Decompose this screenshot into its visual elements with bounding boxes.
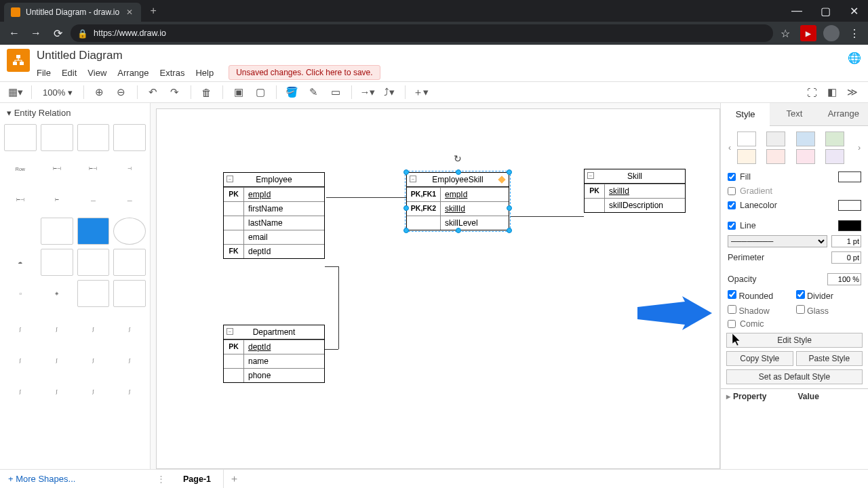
close-window-button[interactable]: ✕ — [840, 1, 868, 20]
menu-view[interactable]: View — [87, 68, 106, 78]
swatches-next[interactable]: › — [854, 143, 864, 152]
shape-thumb[interactable]: ∫ — [77, 378, 110, 405]
selection-handle[interactable] — [456, 169, 461, 175]
unsaved-warning[interactable]: Unsaved changes. Click here to save. — [229, 65, 380, 80]
shape-thumb[interactable] — [77, 249, 110, 276]
tab-style[interactable]: Style — [721, 104, 770, 126]
expand-icon[interactable]: ▸ — [726, 392, 730, 401]
shape-thumb[interactable]: ∫ — [4, 346, 37, 373]
lanecolor-checkbox[interactable] — [728, 201, 736, 209]
color-swatch[interactable] — [737, 149, 756, 164]
menu-help[interactable]: Help — [195, 68, 214, 78]
shape-thumb[interactable] — [113, 280, 146, 307]
color-swatch[interactable] — [737, 131, 756, 146]
edit-style-button[interactable]: Edit Style — [726, 333, 863, 348]
shape-thumb[interactable] — [41, 124, 73, 151]
tab-text[interactable]: Text — [770, 103, 818, 125]
new-tab-button[interactable]: + — [145, 3, 161, 19]
add-page-button[interactable]: ＋ — [224, 472, 244, 485]
connector[interactable] — [325, 349, 338, 350]
close-tab-icon[interactable]: ✕ — [125, 7, 134, 17]
shape-thumb[interactable]: ◈ — [41, 280, 73, 307]
menu-edit[interactable]: Edit — [62, 68, 77, 78]
tab-arrange[interactable]: Arrange — [819, 103, 868, 125]
shape-thumb[interactable]: ∫ — [113, 315, 146, 342]
shape-thumb[interactable]: ∫ — [77, 346, 110, 373]
minimize-button[interactable]: — — [783, 1, 811, 20]
shape-thumb[interactable]: ☁ — [4, 249, 37, 276]
color-swatch[interactable] — [796, 149, 815, 164]
glass-checkbox[interactable] — [796, 305, 805, 314]
line-color[interactable] — [838, 220, 861, 231]
fill-color[interactable] — [838, 171, 861, 182]
shape-thumb[interactable]: — — [113, 186, 146, 214]
selection-diamond[interactable] — [498, 176, 505, 183]
address-bar[interactable]: 🔒 https://www.draw.io — [71, 24, 773, 42]
connector[interactable] — [511, 216, 584, 217]
page-menu-icon[interactable]: ⋮ — [151, 474, 171, 484]
selection-handle[interactable] — [507, 228, 512, 233]
rotate-handle[interactable]: ↻ — [454, 153, 462, 164]
reload-button[interactable]: ⟳ — [49, 24, 66, 42]
line-checkbox[interactable] — [728, 222, 736, 230]
shape-thumb[interactable]: ⊢⊣ — [41, 155, 73, 182]
app-logo[interactable] — [7, 49, 30, 72]
shape-thumb[interactable] — [77, 124, 110, 151]
collapse-icon[interactable]: − — [226, 176, 233, 182]
shape-thumb[interactable]: ∫ — [41, 315, 73, 342]
sidebar-category[interactable]: ▾ Entity Relation — [4, 106, 146, 120]
forward-button[interactable]: → — [27, 24, 45, 42]
selection-handle[interactable] — [507, 205, 512, 211]
shape-thumb[interactable]: ∫ — [113, 346, 146, 373]
color-swatch[interactable] — [766, 131, 785, 146]
menu-file[interactable]: File — [37, 68, 51, 78]
shape-thumb[interactable]: ⊢ — [41, 186, 73, 214]
shape-thumb[interactable] — [4, 218, 37, 245]
comic-checkbox[interactable] — [728, 320, 736, 328]
shape-thumb[interactable]: ∫ — [4, 315, 37, 342]
shape-row-label[interactable]: Row — [4, 155, 37, 182]
shape-thumb[interactable] — [113, 218, 146, 245]
shadow-button[interactable]: ▭ — [327, 84, 344, 100]
format-panel-icon[interactable]: ◧ — [823, 84, 841, 100]
gradient-checkbox[interactable] — [728, 187, 736, 195]
waypoint-button[interactable]: ⤴▾ — [380, 84, 398, 100]
connector[interactable] — [325, 266, 338, 267]
line-width-input[interactable] — [831, 235, 861, 247]
shape-thumb[interactable] — [41, 218, 73, 245]
menu-arrange[interactable]: Arrange — [117, 68, 149, 78]
entity-department[interactable]: −Department PKdeptId name phone — [223, 325, 325, 383]
entity-employee[interactable]: −Employee PKempId firstName lastName ema… — [223, 172, 325, 259]
shape-thumb[interactable]: — — [77, 186, 110, 214]
shape-thumb[interactable] — [41, 249, 73, 276]
connector[interactable] — [326, 197, 406, 198]
shape-thumb[interactable] — [4, 124, 37, 151]
swatches-prev[interactable]: ‹ — [725, 143, 734, 152]
entity-skill[interactable]: −Skill PKskillId skillDescription — [584, 169, 686, 213]
shape-thumb[interactable] — [77, 280, 110, 307]
maximize-button[interactable]: ▢ — [811, 1, 840, 20]
document-title[interactable]: Untitled Diagram — [37, 49, 841, 62]
paste-style-button[interactable]: Paste Style — [796, 351, 863, 366]
divider-checkbox[interactable] — [796, 290, 805, 299]
more-shapes-button[interactable]: + More Shapes... — [0, 469, 151, 488]
youtube-icon[interactable]: ▶ — [800, 25, 816, 41]
back-button[interactable]: ← — [5, 24, 23, 42]
connection-button[interactable]: →▾ — [359, 84, 376, 100]
color-swatch[interactable] — [766, 149, 785, 164]
shape-thumb[interactable]: ◇ — [5, 279, 35, 308]
collapse-icon[interactable]: ≫ — [844, 84, 861, 100]
rounded-checkbox[interactable] — [728, 290, 736, 299]
fill-checkbox[interactable] — [728, 173, 736, 181]
shape-thumb[interactable]: ∫ — [41, 346, 73, 373]
selection-handle[interactable] — [403, 228, 409, 233]
shape-thumb[interactable]: ∫ — [4, 378, 37, 405]
shape-thumb[interactable]: ∫ — [113, 378, 146, 405]
lanecolor-swatch[interactable] — [838, 200, 861, 211]
profile-avatar[interactable] — [823, 25, 840, 41]
shape-thumb[interactable] — [113, 249, 146, 276]
collapse-icon[interactable]: − — [410, 176, 416, 182]
fullscreen-icon[interactable]: ⛶ — [803, 84, 821, 100]
entity-employeeskill[interactable]: −EmployeeSkill PK,FK1empId PK,FK2skillId… — [406, 172, 509, 230]
redo-button[interactable]: ↷ — [166, 84, 184, 100]
